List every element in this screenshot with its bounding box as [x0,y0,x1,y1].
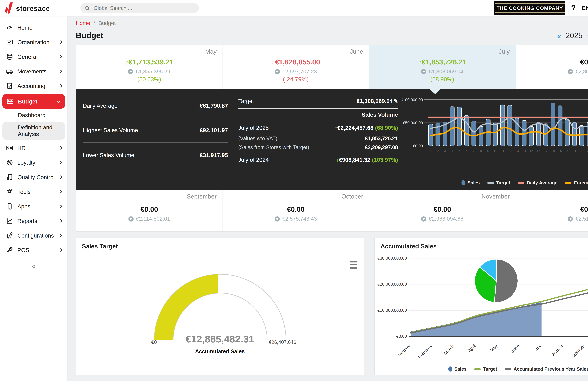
sidebar-item-movements[interactable]: Movements [0,64,67,79]
organization-icon [6,39,13,46]
month-name: November [482,193,510,200]
target-icon [275,216,280,221]
legend-item-sales[interactable]: Sales [461,180,480,185]
month-card-august[interactable]: August €0.00 €2,809,431.47 [516,45,588,89]
sidebar-item-configurations[interactable]: Configurations [0,228,67,243]
app-logo[interactable]: storesace [0,2,72,14]
month-target-value: €2,575,743.43 [282,216,317,222]
truck-icon [6,68,13,75]
sidebar-item-label: General [17,53,58,60]
month-name: May [205,48,217,55]
sidebar-item-quality-control[interactable]: Quality Control [0,170,67,184]
topbar: storesace THE COOKING COMPANY ? EN +99 [0,0,588,17]
month-sales-value: €0.00 [223,205,369,213]
sidebar-item-tools[interactable]: Tools [0,184,67,199]
budget-months-panel: May ↑€1,713,539.21 €1,355,395.29 (50.63%… [76,45,588,232]
month-card-may[interactable]: May ↑€1,713,539.21 €1,355,395.29 (50.63%… [76,45,223,89]
svg-text:17: 17 [544,149,548,153]
global-search[interactable] [81,3,199,13]
month-card-december[interactable]: December €0.00 €2,519,447.84 [516,190,588,232]
sidebar-subitem-definition-analysis[interactable]: Definition and Analysis [2,122,65,140]
gears-icon [6,232,13,239]
tenant-logo[interactable]: THE COOKING COMPANY [495,1,565,15]
edit-target-icon[interactable]: ✎ [394,98,398,104]
sidebar-item-hr[interactable]: HR [0,141,67,155]
sidebar-item-budget[interactable]: Budget [2,94,65,109]
sidebar-item-organization[interactable]: Organization [0,35,67,49]
home-gauge-icon [6,24,13,31]
july-2025-value: €2,224,457.68 [337,125,374,131]
svg-text:23: 23 [587,149,588,153]
stores-with-target-label: (Sales from Stores with Target) [238,144,309,150]
sidebar-collapse-button[interactable]: « [32,262,35,270]
trend-down-icon: ↓ [272,58,275,66]
target-icon [275,69,280,74]
daily-average-label: Daily Average [83,103,118,109]
target-icon [568,69,573,74]
breadcrumb-separator: / [94,20,95,26]
month-card-september[interactable]: September €0.00 €2,114,802.01 [76,190,223,232]
highest-sales-value: €92,101.97 [200,127,228,134]
breadcrumb-home-link[interactable]: Home [76,20,90,26]
accumulated-sales-chart[interactable]: €0.00€10,000,000.00€20,000,000.00€30,000… [375,252,588,358]
month-card-july-selected[interactable]: July ↑€1,853,726.21 €1,308,069.04 (68.90… [369,45,516,89]
trend-up-icon: ↑ [418,58,421,66]
svg-text:9: 9 [487,149,489,153]
month-card-november[interactable]: November €0.00 €2,963,094.66 [369,190,516,232]
sidebar-item-apps[interactable]: Apps [0,199,67,213]
target-icon [128,216,134,221]
svg-text:12: 12 [508,149,512,153]
month-card-june[interactable]: June ↓€1,628,055.00 €2,597,707.23 (-24.7… [223,45,369,89]
sidebar-item-general[interactable]: General [0,49,67,64]
svg-text:April: April [467,343,477,353]
sidebar-item-label: Apps [17,203,58,210]
svg-text:15: 15 [529,149,533,153]
help-button[interactable]: ? [571,4,576,12]
sales-marker-icon [448,366,452,372]
sidebar-subitem-dashboard[interactable]: Dashboard [0,110,67,121]
legend-item-forecasts[interactable]: Forecasts [565,180,588,185]
sidebar-item-home[interactable]: Home [0,20,67,35]
chart-menu-button[interactable] [350,261,357,268]
sidebar-item-label: HR [17,145,58,151]
search-input[interactable] [93,5,194,11]
panel-title: Accumulated Sales [380,243,588,250]
month-sales-value: €0.00 [516,58,588,66]
legend-item-daily-average[interactable]: Daily Average [518,180,558,185]
trend-up-icon: ↑ [336,157,339,163]
sidebar-item-pos[interactable]: POS [0,243,67,257]
search-icon [85,5,90,11]
current-year: 2025 [566,32,583,40]
sidebar-item-label: Home [17,24,63,31]
legend-item-sales[interactable]: Sales [448,366,467,372]
sales-target-panel: Sales Target €0 €12,885,482.31 €26,407,6… [76,237,364,375]
legend-item-target[interactable]: Target [487,180,510,185]
svg-text:August: August [551,343,564,357]
line-chart-icon [6,217,13,224]
sidebar-item-accounting[interactable]: Accounting [0,79,67,93]
panel-title: Sales Target [82,243,364,250]
legend-item-target[interactable]: Target [474,366,497,372]
svg-text:10: 10 [493,149,497,153]
daily-sales-chart[interactable]: €0.00€50,000.00€100,000.0012345678910111… [402,93,588,186]
language-selector[interactable]: EN [582,5,588,11]
month-card-october[interactable]: October €0.00 €2,575,743.43 [223,190,369,232]
svg-text:January: January [397,343,411,358]
legend-item-prev-year[interactable]: Accumulated Previous Year Sales [505,366,588,372]
mobile-icon [6,203,13,210]
next-year-button[interactable]: » [587,32,588,40]
target-marker-icon [487,182,494,184]
prev-year-button[interactable]: « [557,32,561,40]
svg-text:21: 21 [573,149,576,153]
sales-target-gauge[interactable]: €0 €12,885,482.31 €26,407,646 Accumulate… [140,266,300,364]
sidebar-item-label: Organization [17,39,58,45]
chevron-right-icon [58,160,63,165]
sidebar-item-reports[interactable]: Reports [0,213,67,228]
brand-name: storesace [16,4,50,12]
chevron-right-icon [58,247,63,253]
sidebar-item-loyalty[interactable]: Loyalty [0,155,67,170]
stores-with-target-value: €2,209,297.08 [365,144,398,150]
target-icon [421,216,426,221]
svg-text:March: March [443,343,455,356]
breadcrumb-current: Budget [98,20,116,26]
